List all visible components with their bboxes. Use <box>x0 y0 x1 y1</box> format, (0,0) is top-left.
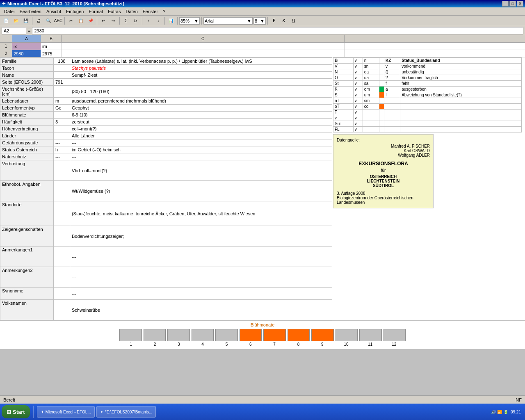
menu-einfuegen[interactable]: Einfügen <box>64 8 86 15</box>
val-bluh: 6-9 (10) <box>70 112 332 119</box>
menu-fenster[interactable]: Fenster <box>140 8 160 15</box>
label-statusat: Status Österreich <box>0 146 54 153</box>
taskbar-item-file[interactable]: ✦ *E:\EFÖLS2007\Botanis... <box>96 406 156 418</box>
col-header-row: A B C <box>0 35 525 43</box>
book-author-1: Manfred A. FISCHER <box>337 144 430 148</box>
undo-button[interactable]: ↩ <box>99 16 108 25</box>
save-button[interactable]: 💾 <box>21 16 30 25</box>
menu-bearbeiten[interactable]: Bearbeiten <box>17 8 44 15</box>
col-header-A[interactable]: A <box>12 35 41 42</box>
table-row-verbreitung: Verbreitung Vbd: coll–mont(?) <box>0 160 332 181</box>
chart-button[interactable]: 📊 <box>167 16 176 25</box>
menu-datei[interactable]: Datei <box>2 8 17 15</box>
status-St-empty <box>379 81 384 87</box>
status-SuT-c3 <box>363 121 379 127</box>
cell-B2[interactable]: 2975 <box>41 50 62 57</box>
bold-button[interactable]: F <box>269 16 278 25</box>
cell-A2-selected[interactable]: 2980 <box>12 50 41 57</box>
bluhmonate-title: Blühmonate <box>3 322 522 327</box>
val-gefahr: --- <box>70 139 332 146</box>
maximize-button[interactable]: □ <box>509 1 516 7</box>
spell-button[interactable]: ABC <box>54 16 63 25</box>
num-volksnamen <box>53 300 70 320</box>
redo-button[interactable]: ↪ <box>109 16 118 25</box>
cell-C2[interactable] <box>62 50 345 57</box>
font-dropdown-icon[interactable]: ▼ <box>247 18 251 23</box>
cell-B1-value: im <box>42 44 47 49</box>
sort-desc-button[interactable]: ↓ <box>154 16 163 25</box>
minimize-button[interactable]: _ <box>502 1 509 7</box>
toolbar-sep-8 <box>201 17 202 25</box>
paste-button[interactable]: 📌 <box>86 16 95 25</box>
italic-button[interactable]: K <box>279 16 288 25</box>
new-button[interactable]: 📄 <box>2 16 11 25</box>
status-row-N: N v oa () unbeständig <box>333 69 522 75</box>
status-V-kz: v <box>384 64 400 69</box>
label-volksnamen: Volksnamen <box>0 300 54 320</box>
copy-button[interactable]: 📋 <box>76 16 85 25</box>
col-header-C[interactable]: C <box>62 35 345 42</box>
cell-A1-value: ix <box>14 44 17 49</box>
book-author-2: Karl OSWALD <box>337 148 430 153</box>
label-standorte: Standorte <box>0 201 54 226</box>
status-N-label: unbeständig <box>400 69 522 75</box>
menu-daten[interactable]: Daten <box>123 8 140 15</box>
sum-button[interactable]: Σ <box>121 16 130 25</box>
cell-C1[interactable] <box>62 43 345 50</box>
zoom-dropdown-icon[interactable]: ▼ <box>194 18 199 23</box>
month-label-1: 1 <box>119 342 143 347</box>
start-button[interactable]: ⊞ Start <box>2 405 30 418</box>
status-row-v: v v <box>333 115 522 121</box>
num-verbreitung <box>53 160 70 181</box>
zoom-box[interactable]: 85% ▼ <box>179 17 200 25</box>
cell-B1[interactable]: im <box>41 43 62 50</box>
num-lander <box>53 132 70 139</box>
close-button[interactable]: ✕ <box>517 1 523 7</box>
status-T-label <box>400 110 522 115</box>
val-lebensdauer: ausdauernd, perennierend (mehrmals blühe… <box>70 98 332 105</box>
label-lander: Länder <box>0 132 54 139</box>
taskbar-excel-label: Microsoft Excel - EFÖL... <box>46 410 91 414</box>
status-S-color <box>379 92 384 98</box>
underline-button[interactable]: U <box>289 16 298 25</box>
status-V-v: v <box>353 64 363 69</box>
titlebar-controls[interactable]: _ □ ✕ <box>502 1 523 7</box>
status-V-empty <box>379 64 384 69</box>
right-panel: B v ni KZ Status_Bundesland V v sn v vor… <box>333 57 522 208</box>
num-statusat: h <box>53 146 70 153</box>
label-familie: Familie <box>0 58 54 65</box>
label-hohen: Höhenverbreitung <box>0 126 54 132</box>
menu-ansicht[interactable]: Ansicht <box>44 8 64 15</box>
cell-A1[interactable]: ix <box>12 43 41 50</box>
toolbar-sep-9 <box>267 17 268 25</box>
status-FL-v: v <box>353 127 363 132</box>
menu-help[interactable]: ? <box>160 8 168 15</box>
open-button[interactable]: 📂 <box>11 16 21 25</box>
preview-button[interactable]: 🔍 <box>44 16 53 25</box>
taskbar-item-excel[interactable]: ✦ Microsoft Excel - EFÖL... <box>37 406 95 418</box>
book-title: EXKURSIONSFLORA <box>337 161 430 167</box>
cell-ref-value: A2 <box>4 28 9 33</box>
excel-icon: ✦ <box>2 1 6 7</box>
num-lebensform: Ge <box>53 105 70 112</box>
status-v-c4 <box>379 115 384 121</box>
status-oT-label <box>400 104 522 110</box>
toolbar-sep-6 <box>164 17 165 25</box>
menu-format[interactable]: Format <box>86 8 105 15</box>
table-row-statusat: Status Österreich h im Gebiet (=Ö) heimi… <box>0 146 332 153</box>
menu-extras[interactable]: Extras <box>105 8 123 15</box>
status-row-SuT: SüT v <box>333 121 522 127</box>
fx-button[interactable]: fx <box>131 16 140 25</box>
cut-button[interactable]: ✂ <box>66 16 75 25</box>
status-S-label: Abweichung von Standardliste(?) <box>400 92 522 98</box>
print-button[interactable]: 🖨 <box>34 16 43 25</box>
fontsize-box[interactable]: 8 ▼ <box>253 17 266 25</box>
cell-reference[interactable]: A2 <box>2 27 26 34</box>
sort-asc-button[interactable]: ↑ <box>144 16 153 25</box>
font-box[interactable]: Arial ▼ <box>203 17 253 25</box>
taskbar-right: 🔊 📶 🔋 09:21 <box>491 410 523 414</box>
fontsize-dropdown-icon[interactable]: ▼ <box>260 18 265 23</box>
formula-input[interactable]: 2980 <box>32 27 523 34</box>
table-row-lebensdauer: Lebensdauer m ausdauernd, perennierend (… <box>0 98 332 105</box>
col-header-B[interactable]: B <box>41 35 62 42</box>
